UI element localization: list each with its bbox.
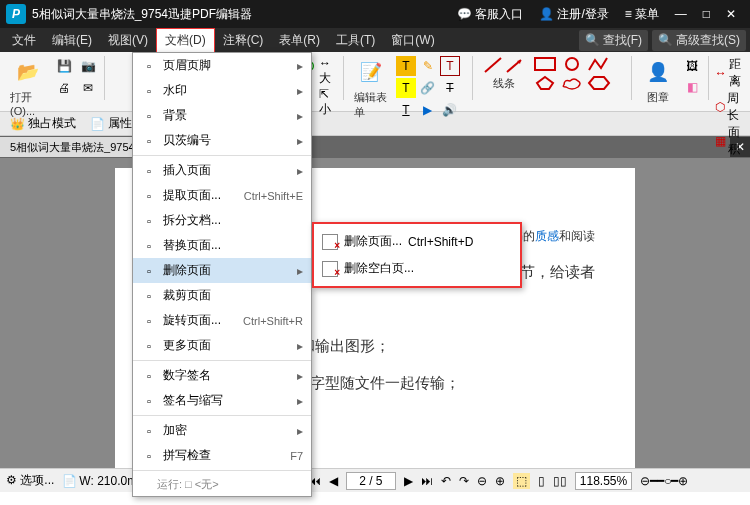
hexagon-shape[interactable] <box>587 75 611 91</box>
exclusive-mode-button[interactable]: 👑独占模式 <box>6 115 80 132</box>
layout1-icon[interactable]: ▯ <box>538 474 545 488</box>
menu-form[interactable]: 表单(R) <box>271 29 328 52</box>
menu-item[interactable]: ▫贝茨编号▸ <box>133 128 311 153</box>
zoom-in-icon[interactable]: ⊕ <box>495 474 505 488</box>
fit-icon[interactable]: ⬚ <box>513 473 530 489</box>
last-page-icon[interactable]: ⏭ <box>421 474 433 488</box>
menu-item[interactable]: ▫提取页面...Ctrl+Shift+E <box>133 183 311 208</box>
minimize-button[interactable]: — <box>667 7 695 21</box>
line-shape[interactable] <box>483 56 503 74</box>
menu-item[interactable]: ▫删除页面▸ <box>133 258 311 283</box>
menu-comment[interactable]: 注释(C) <box>215 29 272 52</box>
menu-item[interactable]: ▫更多页面▸ <box>133 333 311 358</box>
svg-point-4 <box>566 58 578 70</box>
annotation-tools: T ✎ T T 🔗 T T ▶ 🔊 <box>396 56 467 120</box>
delete-blank-page-icon <box>322 261 338 277</box>
cloud-shape[interactable] <box>560 75 584 91</box>
strikeout-tool[interactable]: T <box>440 78 460 98</box>
menubar: 文件 编辑(E) 视图(V) 文档(D) 注释(C) 表单(R) 工具(T) 窗… <box>0 28 750 52</box>
close-button[interactable]: ✕ <box>718 7 744 21</box>
fit-width-icon[interactable]: ↔大 <box>319 56 337 87</box>
prev-page-icon[interactable]: ◀ <box>329 474 338 488</box>
run-line[interactable]: 运行: □ <无> <box>133 473 311 496</box>
rect-shape[interactable] <box>533 56 557 72</box>
menu-file[interactable]: 文件 <box>4 29 44 52</box>
zoom-display[interactable]: 118.55% <box>575 472 632 490</box>
polyline-shape[interactable] <box>587 56 611 72</box>
menu-window[interactable]: 窗口(W) <box>383 29 442 52</box>
arrow-shape[interactable] <box>505 56 525 74</box>
delete-blank-pages-item[interactable]: 删除空白页... <box>314 255 520 282</box>
highlight-tool[interactable]: ✎ <box>418 56 438 76</box>
delete-pages-item[interactable]: 删除页面... Ctrl+Shift+D <box>314 228 520 255</box>
zoom-out-icon[interactable]: ⊖ <box>477 474 487 488</box>
advanced-find-button[interactable]: 🔍高级查找(S) <box>652 30 746 51</box>
layout2-icon[interactable]: ▯▯ <box>553 474 567 488</box>
image-tool[interactable]: 🖼 <box>682 56 702 76</box>
open-label: 打开(O)... <box>10 90 46 117</box>
eraser-tool[interactable]: ◧ <box>682 77 702 97</box>
find-button[interactable]: 🔍查找(F) <box>579 30 648 51</box>
polygon-shape[interactable] <box>533 75 557 91</box>
menu-item[interactable]: ▫插入页面▸ <box>133 158 311 183</box>
titlebar: P 5相似词大量串烧法_9754迅捷PDF编辑器 💬客服入口 👤注册/登录 ≡菜… <box>0 0 750 28</box>
statusbar: ⚙ 选项... 📄 W: 210.0mm H: 297.0mm ✛ X: Y: … <box>0 468 750 492</box>
menu-item[interactable]: ▫旋转页面...Ctrl+Shift+R <box>133 308 311 333</box>
svg-rect-3 <box>535 58 555 70</box>
menu-item[interactable]: ▫裁剪页面 <box>133 283 311 308</box>
distance-tool[interactable]: ↔距离 <box>715 56 744 90</box>
options-button[interactable]: ⚙ 选项... <box>6 472 54 489</box>
fit-page-icon[interactable]: ⇱小 <box>319 87 337 118</box>
perimeter-tool[interactable]: ⬡周长 <box>715 90 744 124</box>
customer-service-button[interactable]: 💬客服入口 <box>449 6 531 23</box>
menu-item[interactable]: ▫加密▸ <box>133 418 311 443</box>
forward-icon[interactable]: ↷ <box>459 474 469 488</box>
menu-edit[interactable]: 编辑(E) <box>44 29 100 52</box>
svg-marker-6 <box>589 77 609 89</box>
area-tool[interactable]: ▦面积 <box>715 124 744 158</box>
stamp-icon[interactable]: 👤 <box>642 56 674 88</box>
link-tool[interactable]: 🔗 <box>418 78 438 98</box>
open-icon[interactable]: 📂 <box>12 56 44 88</box>
circle-shape[interactable] <box>560 56 584 72</box>
next-page-icon[interactable]: ▶ <box>404 474 413 488</box>
back-icon[interactable]: ↶ <box>441 474 451 488</box>
menu-item[interactable]: ▫背景▸ <box>133 103 311 128</box>
save-icon[interactable]: 💾 <box>54 56 74 76</box>
menu-button[interactable]: ≡菜单 <box>617 6 667 23</box>
menu-tools[interactable]: 工具(T) <box>328 29 383 52</box>
toolbar: 📂 打开(O)... 💾 🖨 📷 ✉ 55%▾ ⊕ ⊖ ↔大 ⇱小 📝 编辑表单… <box>0 52 750 112</box>
menu-view[interactable]: 视图(V) <box>100 29 156 52</box>
print-icon[interactable]: 🖨 <box>54 78 74 98</box>
document-tab[interactable]: 5相似词大量串烧法_9754 <box>0 137 146 157</box>
zoom-slider[interactable]: ⊖━━○━⊕ <box>640 474 688 488</box>
document-area: 版书的质感和阅读 任意调节，给读者 成： ，用以生成和输出图形； 字型嵌入系统，… <box>0 158 750 468</box>
login-button[interactable]: 👤注册/登录 <box>531 6 616 23</box>
menu-item[interactable]: ▫拼写检查F7 <box>133 443 311 468</box>
window-title: 5相似词大量串烧法_9754迅捷PDF编辑器 <box>32 6 449 23</box>
menu-item[interactable]: ▫拆分文档... <box>133 208 311 233</box>
svg-line-0 <box>485 58 501 72</box>
edit-form-icon[interactable]: 📝 <box>355 56 387 88</box>
underline-tool[interactable]: T <box>396 100 416 120</box>
page-input[interactable] <box>346 472 396 490</box>
sound-tool[interactable]: 🔊 <box>440 100 460 120</box>
menu-item[interactable]: ▫签名与缩写▸ <box>133 388 311 413</box>
video-tool[interactable]: ▶ <box>418 100 438 120</box>
menu-item[interactable]: ▫页眉页脚▸ <box>133 53 311 78</box>
text-tool[interactable]: T <box>396 56 416 76</box>
menu-item[interactable]: ▫数字签名▸ <box>133 363 311 388</box>
maximize-button[interactable]: □ <box>695 7 718 21</box>
textbox-tool[interactable]: T <box>440 56 460 76</box>
menu-item[interactable]: ▫水印▸ <box>133 78 311 103</box>
email-icon[interactable]: ✉ <box>78 78 98 98</box>
menu-document[interactable]: 文档(D) <box>156 28 215 52</box>
document-menu-dropdown: ▫页眉页脚▸▫水印▸▫背景▸▫贝茨编号▸▫插入页面▸▫提取页面...Ctrl+S… <box>132 52 312 497</box>
delete-page-submenu: 删除页面... Ctrl+Shift+D 删除空白页... <box>312 222 522 288</box>
scan-icon[interactable]: 📷 <box>78 56 98 76</box>
tab-strip: 5相似词大量串烧法_9754 ✕ <box>0 136 750 158</box>
delete-page-icon <box>322 234 338 250</box>
menu-item[interactable]: ▫替换页面... <box>133 233 311 258</box>
svg-marker-5 <box>537 77 553 89</box>
highlight2-tool[interactable]: T <box>396 78 416 98</box>
